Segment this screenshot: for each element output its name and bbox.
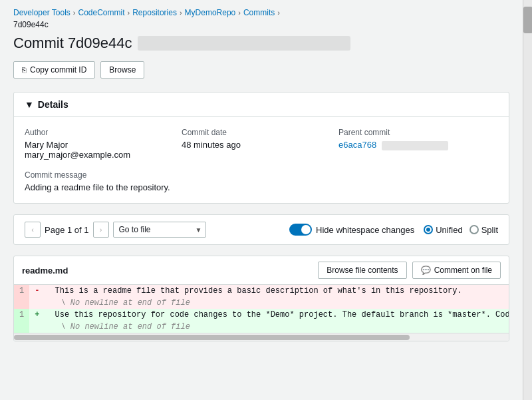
toggle-thumb bbox=[301, 225, 311, 234]
commit-message-label: Commit message bbox=[25, 170, 498, 180]
details-grid: Author Mary Major mary_major@example.com… bbox=[25, 128, 498, 160]
author-col: Author Mary Major mary_major@example.com bbox=[25, 128, 171, 160]
split-radio-circle bbox=[469, 225, 479, 234]
breadcrumb-sep-2: › bbox=[128, 9, 130, 17]
details-toggle-label: Details bbox=[38, 99, 68, 110]
diff-line-content: \ No newline at end of file bbox=[45, 297, 509, 309]
split-radio-option[interactable]: Split bbox=[469, 225, 498, 235]
diff-line-number: 1 bbox=[14, 309, 29, 321]
h-scrollbar-thumb bbox=[14, 335, 410, 340]
breadcrumb-sep-4: › bbox=[238, 9, 241, 17]
commit-date-value: 48 minutes ago bbox=[182, 140, 328, 150]
hide-whitespace-toggle-wrapper: Hide whitespace changes bbox=[289, 224, 414, 236]
table-row: \ No newline at end of file bbox=[14, 297, 509, 309]
chevron-right-icon: › bbox=[100, 226, 102, 234]
breadcrumb-sep-5: › bbox=[277, 9, 280, 17]
comment-on-file-button[interactable]: 💬 Comment on file bbox=[412, 262, 501, 279]
comment-icon: 💬 bbox=[421, 266, 431, 275]
details-toggle[interactable]: ▼ Details bbox=[14, 93, 509, 117]
unified-radio-option[interactable]: Unified bbox=[424, 225, 462, 235]
view-options: Hide whitespace changes Unified Split bbox=[289, 224, 498, 236]
browse-button[interactable]: Browse bbox=[100, 61, 144, 79]
diff-card: readme.md Browse file contents 💬 Comment… bbox=[13, 256, 509, 341]
author-email: mary_major@example.com bbox=[25, 150, 171, 160]
next-page-button[interactable]: › bbox=[93, 222, 109, 238]
diff-table: 1- This is a readme file that provides a… bbox=[14, 285, 509, 333]
split-radio-label: Split bbox=[481, 225, 498, 235]
breadcrumb-sep-1: › bbox=[73, 9, 76, 17]
commit-date-label: Commit date bbox=[182, 128, 328, 137]
diff-line-sign bbox=[29, 297, 45, 309]
goto-file-select[interactable]: Go to file bbox=[113, 222, 206, 238]
diff-line-number bbox=[14, 321, 29, 333]
browse-label: Browse bbox=[109, 65, 136, 75]
browse-file-contents-button[interactable]: Browse file contents bbox=[318, 262, 406, 279]
copy-icon: ⎘ bbox=[22, 66, 27, 74]
table-row: \ No newline at end of file bbox=[14, 321, 509, 333]
diff-header: readme.md Browse file contents 💬 Comment… bbox=[14, 256, 509, 285]
breadcrumb-sep-3: › bbox=[180, 9, 182, 17]
diff-filename: readme.md bbox=[22, 266, 68, 276]
unified-radio-circle bbox=[424, 225, 433, 234]
breadcrumb-developer-tools[interactable]: Developer Tools bbox=[13, 8, 70, 17]
chevron-left-icon: ‹ bbox=[31, 226, 34, 234]
unified-radio-label: Unified bbox=[436, 225, 462, 235]
diff-line-sign: + bbox=[29, 309, 45, 321]
parent-commit-value: e6aca768 bbox=[338, 140, 498, 150]
table-row: 1- This is a readme file that provides a… bbox=[14, 285, 509, 297]
comment-on-file-label: Comment on file bbox=[434, 266, 492, 275]
commit-message-value: Adding a readme file to the repository. bbox=[25, 182, 498, 192]
action-bar: ⎘ Copy commit ID Browse bbox=[13, 61, 509, 79]
diff-line-number bbox=[14, 297, 29, 309]
hide-whitespace-toggle[interactable] bbox=[289, 224, 312, 236]
commit-date-col: Commit date 48 minutes ago bbox=[182, 128, 328, 160]
breadcrumb-mydemorepo[interactable]: MyDemoRepo bbox=[185, 8, 236, 17]
file-controls-bar: ‹ Page 1 of 1 › Go to file ▼ bbox=[13, 214, 509, 245]
table-row: 1+ Use this repository for code changes … bbox=[14, 309, 509, 321]
breadcrumb: Developer Tools › CodeCommit › Repositor… bbox=[13, 8, 509, 17]
view-mode-radio-group: Unified Split bbox=[424, 225, 498, 235]
breadcrumb-codecommit[interactable]: CodeCommit bbox=[78, 8, 125, 17]
diff-actions: Browse file contents 💬 Comment on file bbox=[318, 262, 501, 279]
goto-wrapper: Go to file ▼ bbox=[113, 222, 206, 238]
breadcrumb-repositories[interactable]: Repositories bbox=[132, 8, 177, 17]
parent-commit-label: Parent commit bbox=[338, 128, 498, 137]
diff-line-content: This is a readme file that provides a ba… bbox=[45, 285, 509, 297]
breadcrumb-commits[interactable]: Commits bbox=[243, 8, 275, 17]
scrollbar-thumb bbox=[523, 7, 532, 33]
page-label: Page 1 of 1 bbox=[45, 225, 89, 235]
details-body: Author Mary Major mary_major@example.com… bbox=[14, 117, 509, 203]
diff-line-number: 1 bbox=[14, 285, 29, 297]
details-card: ▼ Details Author Mary Major mary_major@e… bbox=[13, 92, 509, 204]
breadcrumb-current: 7d09e44c bbox=[13, 20, 509, 29]
copy-commit-id-button[interactable]: ⎘ Copy commit ID bbox=[13, 61, 95, 79]
author-name: Mary Major bbox=[25, 140, 171, 150]
page-title-blurred bbox=[138, 36, 350, 51]
prev-page-button[interactable]: ‹ bbox=[25, 222, 41, 238]
diff-line-sign: - bbox=[29, 285, 45, 297]
browse-file-contents-label: Browse file contents bbox=[327, 266, 398, 275]
page-title: Commit 7d09e44c bbox=[13, 35, 509, 52]
page-title-text: Commit 7d09e44c bbox=[13, 35, 132, 52]
hide-whitespace-label: Hide whitespace changes bbox=[316, 225, 414, 235]
details-toggle-arrow: ▼ bbox=[25, 99, 34, 110]
author-label: Author bbox=[25, 128, 171, 137]
diff-line-content: \ No newline at end of file bbox=[45, 321, 509, 333]
pagination: ‹ Page 1 of 1 › Go to file ▼ bbox=[25, 222, 206, 238]
commit-message-section: Commit message Adding a readme file to t… bbox=[25, 170, 498, 192]
parent-commit-col: Parent commit e6aca768 bbox=[338, 128, 498, 160]
parent-commit-blurred bbox=[382, 141, 448, 150]
diff-line-sign bbox=[29, 321, 45, 333]
vertical-scrollbar[interactable] bbox=[523, 0, 532, 400]
copy-commit-id-label: Copy commit ID bbox=[30, 65, 86, 75]
diff-line-content: Use this repository for code changes to … bbox=[45, 309, 509, 321]
horizontal-scrollbar[interactable] bbox=[14, 333, 509, 341]
parent-commit-link[interactable]: e6aca768 bbox=[338, 140, 376, 150]
